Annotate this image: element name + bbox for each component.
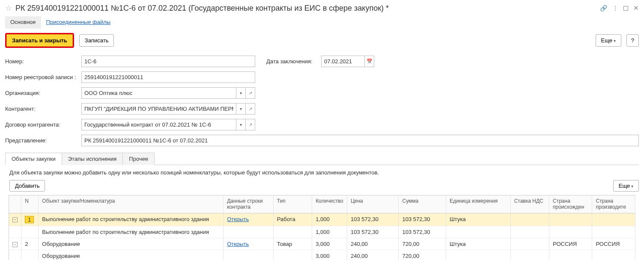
cell-price: 240,00 (347, 250, 399, 260)
organization-input[interactable] (81, 87, 236, 99)
cell-vat (510, 250, 549, 260)
col-expand (9, 195, 21, 213)
cell-price: 103 572,30 (347, 213, 399, 226)
table-row[interactable]: −2ОборудованиеОткрытьТовар3,000240,00720… (9, 238, 635, 250)
registry-input[interactable] (81, 71, 255, 83)
col-unit[interactable]: Единица измерения (446, 195, 510, 213)
cell-manufacturer (592, 250, 635, 260)
label-representation: Представление: (5, 137, 78, 144)
cell-origin (549, 213, 592, 226)
cell-vat (510, 213, 549, 226)
col-manufacturer[interactable]: Страна производите (592, 195, 635, 213)
table-more-button[interactable]: Еще (613, 180, 639, 192)
col-vat[interactable]: Ставка НДС (510, 195, 549, 213)
col-origin[interactable]: Страна происхожден (549, 195, 592, 213)
expand-toggle-icon[interactable]: − (12, 217, 18, 222)
cell-qty: 1,000 (312, 226, 347, 238)
tab-main[interactable]: Основное (5, 16, 41, 29)
open-ref-icon[interactable]: ↗ (246, 119, 255, 130)
highlight-save-close: Записать и закрыть (5, 33, 74, 48)
cell-price: 240,00 (347, 238, 399, 250)
cell-unit: Штука (446, 213, 510, 226)
number-input[interactable] (81, 56, 255, 67)
cell-type (273, 250, 312, 260)
cell-sum: 720,00 (399, 250, 446, 260)
kebab-menu-icon[interactable]: ⋮ (612, 5, 618, 12)
table-row[interactable]: Выполнение работ по строительству админи… (9, 226, 635, 238)
cell-sum: 720,00 (399, 238, 446, 250)
page-title: РК 2591400191221000011 №1С-6 от 07.02.20… (15, 4, 596, 13)
more-button[interactable]: Еще (596, 34, 621, 47)
cell-object: Оборудование (39, 238, 224, 250)
label-contract: Договор контрагента: (5, 121, 78, 128)
cell-manufacturer: РОССИЯ (592, 238, 635, 250)
label-organization: Организация: (5, 90, 78, 96)
table-row[interactable]: −1Выполнение работ по строительству адми… (9, 213, 635, 226)
cell-n: 2 (21, 238, 39, 250)
cell-sum: 103 572,30 (399, 213, 446, 226)
open-link[interactable]: Открыть (227, 241, 249, 247)
col-sum[interactable]: Сумма (399, 195, 446, 213)
label-date: Дата заключения: (266, 58, 318, 65)
cell-n (21, 250, 39, 260)
tab-purchase-objects[interactable]: Объекты закупки (5, 153, 62, 165)
cell-unit (446, 250, 510, 260)
hint-text: Для объекта закупки можно добавить одну … (9, 169, 639, 176)
col-price[interactable]: Цена (347, 195, 399, 213)
cell-type: Товар (273, 238, 312, 250)
contract-input[interactable] (81, 119, 236, 130)
tab-other[interactable]: Прочее (122, 153, 155, 165)
favorite-star-icon[interactable]: ☆ (5, 3, 12, 13)
tab-execution-stages[interactable]: Этапы исполнения (62, 153, 123, 165)
help-button[interactable]: ? (626, 34, 639, 47)
cell-vat (510, 226, 549, 238)
cell-manufacturer (592, 213, 635, 226)
cell-object: Оборудование (39, 250, 224, 260)
add-button[interactable]: Добавить (9, 180, 45, 192)
cell-type: Работа (273, 213, 312, 226)
cell-price: 103 572,30 (347, 226, 399, 238)
counterparty-input[interactable] (81, 103, 236, 115)
open-ref-icon[interactable]: ↗ (246, 103, 255, 115)
date-input[interactable] (321, 56, 365, 67)
tab-attached-files[interactable]: Присоединенные файлы (41, 16, 116, 29)
cell-manufacturer (592, 226, 635, 238)
save-button[interactable]: Записать (79, 34, 114, 47)
calendar-icon[interactable]: 📅 (365, 56, 374, 67)
cell-qty: 1,000 (312, 213, 347, 226)
cell-vat (510, 238, 549, 250)
dropdown-icon[interactable]: ▾ (236, 103, 246, 115)
objects-table: N Объект закупки/Номенклатура Данные стр… (9, 195, 635, 260)
cell-origin (549, 250, 592, 260)
cell-origin: РОССИЯ (549, 238, 592, 250)
dropdown-icon[interactable]: ▾ (236, 119, 246, 130)
close-icon[interactable]: ✕ (633, 4, 639, 12)
dropdown-icon[interactable]: ▾ (236, 87, 246, 99)
cell-unit (446, 226, 510, 238)
open-ref-icon[interactable]: ↗ (246, 87, 255, 99)
maximize-icon[interactable] (623, 6, 628, 11)
cell-unit: Штука (446, 238, 510, 250)
cell-n: 1 (21, 213, 39, 226)
representation-input[interactable] (81, 135, 639, 146)
cell-qty: 3,000 (312, 250, 347, 260)
label-registry: Номер реестровой записи : (5, 74, 78, 80)
cell-n (21, 226, 39, 238)
expand-toggle-icon[interactable]: − (12, 242, 18, 247)
col-n[interactable]: N (21, 195, 39, 213)
table-row[interactable]: Оборудование3,000240,00720,00 (9, 250, 635, 260)
col-contract-line[interactable]: Данные строки контракта (224, 195, 274, 213)
save-and-close-button[interactable]: Записать и закрыть (6, 34, 73, 47)
link-icon[interactable]: 🔗 (600, 5, 607, 12)
cell-sum: 103 572,30 (399, 226, 446, 238)
col-type[interactable]: Тип (273, 195, 312, 213)
col-qty[interactable]: Количество (312, 195, 347, 213)
label-counterparty: Контрагент: (5, 106, 78, 112)
col-object[interactable]: Объект закупки/Номенклатура (39, 195, 224, 213)
cell-qty: 3,000 (312, 238, 347, 250)
cell-object: Выполнение работ по строительству админи… (39, 213, 224, 226)
cell-origin (549, 226, 592, 238)
open-link[interactable]: Открыть (227, 216, 249, 222)
label-number: Номер: (5, 58, 78, 65)
cell-object: Выполнение работ по строительству админи… (39, 226, 224, 238)
